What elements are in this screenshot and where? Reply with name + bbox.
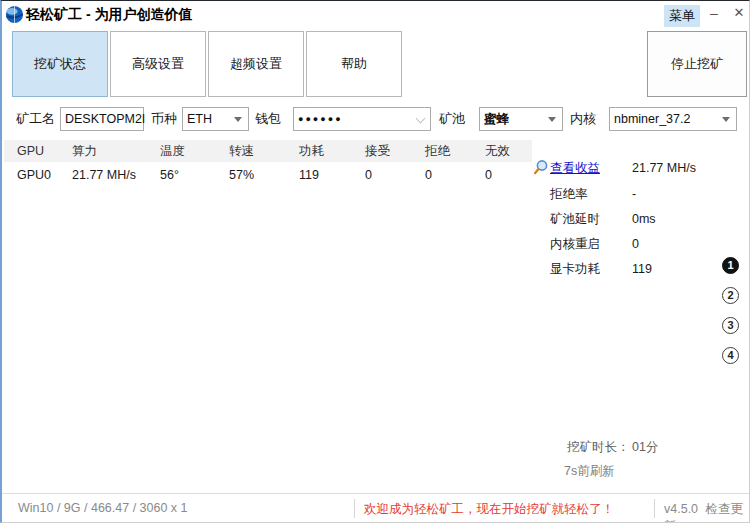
chevron-down-icon [234, 117, 242, 122]
total-hashrate-value: 21.77 MH/s [632, 160, 696, 176]
gpu-row-rejected: 0 [425, 164, 432, 186]
col-header-accepted: 接受 [365, 140, 390, 162]
app-window: 轻松矿工 - 为用户创造价值 菜单 – ✕ 挖矿状态 高级设置 超频设置 帮助 … [0, 0, 750, 523]
chevron-down-icon [416, 114, 426, 124]
gpu-row-hashrate: 21.77 MH/s [72, 164, 136, 186]
col-header-fan-speed: 转速 [229, 140, 254, 162]
page-indicator-1[interactable]: 1 [722, 257, 739, 274]
miner-name-label: 矿工名 [16, 107, 55, 131]
version-text: v4.5.0 [664, 502, 698, 516]
miner-name-input[interactable]: DESKTOPM2I [60, 107, 144, 131]
chevron-down-icon [548, 117, 556, 122]
menu-button[interactable]: 菜单 [664, 5, 700, 27]
tab-overclock-settings[interactable]: 超频设置 [208, 31, 304, 97]
col-header-rejected: 拒绝 [425, 140, 450, 162]
gpu-power-label: 显卡功耗 [550, 261, 600, 277]
gpu-row-name: GPU0 [17, 164, 51, 186]
col-header-temperature: 温度 [160, 140, 185, 162]
window-title: 轻松矿工 - 为用户创造价值 [26, 6, 192, 24]
stop-mining-button[interactable]: 停止挖矿 [647, 31, 747, 97]
col-header-gpu: GPU [17, 140, 44, 162]
wallet-label: 钱包 [255, 107, 281, 131]
gpu-row-accepted: 0 [365, 164, 372, 186]
status-bar: Win10 / 9G / 466.47 / 3060 x 1 欢迎成为轻松矿工，… [2, 493, 749, 523]
reject-rate-value: - [632, 186, 636, 202]
magnifier-icon [533, 159, 549, 180]
gpu-row-fan-speed: 57% [229, 164, 254, 186]
mining-duration-value: 01分 [632, 439, 658, 456]
kernel-value: nbminer_37.2 [614, 108, 690, 130]
gpu-row-power: 119 [299, 164, 319, 186]
wallet-masked-value: ●●●●●● [298, 108, 343, 130]
page-indicator-2[interactable]: 2 [722, 287, 739, 304]
tab-mining-status[interactable]: 挖矿状态 [12, 31, 108, 97]
close-button[interactable]: ✕ [729, 3, 749, 25]
wallet-input[interactable]: ●●●●●● [293, 107, 431, 131]
reject-rate-label: 拒绝率 [550, 186, 588, 202]
minimize-button[interactable]: – [704, 3, 724, 25]
kernel-select[interactable]: nbminer_37.2 [609, 107, 737, 131]
coin-label: 币种 [151, 107, 177, 131]
statusbar-divider [354, 499, 355, 518]
kernel-restarts-label: 内核重启 [550, 236, 600, 252]
title-bar: 轻松矿工 - 为用户创造价值 菜单 – ✕ [2, 1, 749, 29]
miner-name-value: DESKTOPM2I [65, 108, 145, 130]
coin-value: ETH [187, 108, 212, 130]
app-logo-icon [5, 5, 24, 28]
pool-latency-label: 矿池延时 [550, 211, 600, 227]
kernel-label: 内核 [570, 107, 596, 131]
view-earnings-link[interactable]: 查看收益 [550, 160, 600, 176]
gpu-power-value: 119 [632, 261, 652, 277]
pool-label: 矿池 [439, 107, 465, 131]
col-header-power: 功耗 [299, 140, 324, 162]
refresh-status-text: 7s前刷新 [564, 463, 615, 480]
pool-latency-value: 0ms [632, 211, 656, 227]
col-header-hashrate: 算力 [72, 140, 97, 162]
gpu-row-temperature: 56° [160, 164, 179, 186]
tab-help[interactable]: 帮助 [306, 31, 402, 97]
page-indicator-3[interactable]: 3 [722, 317, 739, 334]
col-header-invalid: 无效 [485, 140, 510, 162]
gpu-row-invalid: 0 [485, 164, 492, 186]
pool-value: 蜜蜂 [484, 108, 509, 130]
statusbar-divider [654, 499, 655, 518]
tab-advanced-settings[interactable]: 高级设置 [110, 31, 206, 97]
system-info-text: Win10 / 9G / 466.47 / 3060 x 1 [18, 501, 188, 515]
mining-duration-label: 挖矿时长： [567, 439, 630, 456]
chevron-down-icon [722, 117, 730, 122]
welcome-message: 欢迎成为轻松矿工，现在开始挖矿就轻松了！ [364, 501, 614, 518]
kernel-restarts-value: 0 [632, 236, 639, 252]
coin-select[interactable]: ETH [182, 107, 249, 131]
pool-select[interactable]: 蜜蜂 [479, 107, 563, 131]
page-indicator-4[interactable]: 4 [722, 347, 739, 364]
